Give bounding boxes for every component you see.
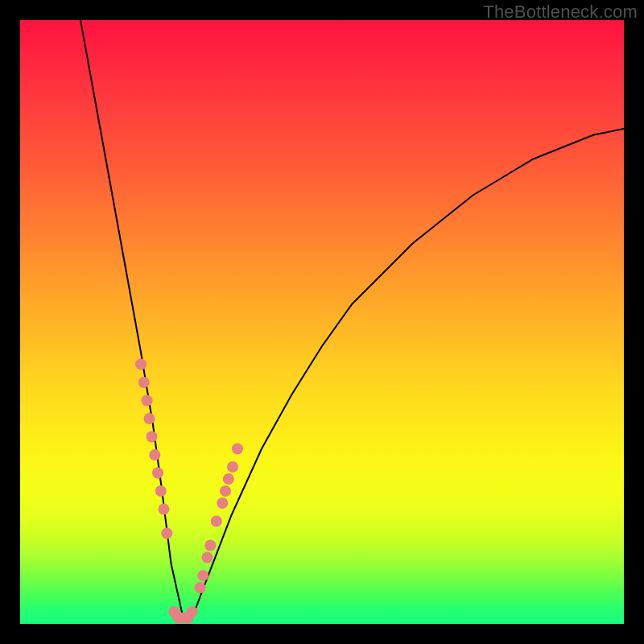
chart-frame: TheBottleneck.com bbox=[0, 0, 644, 644]
curve-marker bbox=[152, 468, 163, 479]
curve-marker bbox=[217, 497, 228, 509]
curve-marker bbox=[187, 606, 198, 617]
curve-marker bbox=[161, 528, 172, 539]
curve-marker bbox=[142, 395, 153, 407]
curve-marker bbox=[223, 473, 234, 485]
plot-area bbox=[20, 20, 624, 624]
curve-marker bbox=[159, 504, 170, 515]
curve-marker bbox=[227, 461, 238, 473]
curve-marker bbox=[220, 485, 231, 497]
marker-group bbox=[135, 359, 243, 624]
watermark-text: TheBottleneck.com bbox=[483, 2, 638, 23]
curve-marker bbox=[195, 582, 206, 593]
curve-marker bbox=[197, 570, 208, 581]
curve-marker bbox=[149, 449, 160, 460]
curve-marker bbox=[204, 540, 216, 551]
curve-marker bbox=[202, 552, 213, 564]
curve-marker bbox=[138, 377, 150, 388]
curve-marker bbox=[211, 516, 222, 527]
curve-marker bbox=[155, 485, 167, 497]
curve-marker bbox=[144, 413, 155, 424]
bottleneck-curve bbox=[80, 20, 624, 618]
curve-layer bbox=[20, 20, 624, 624]
curve-marker bbox=[147, 431, 158, 443]
curve-marker bbox=[135, 359, 147, 370]
curve-marker bbox=[232, 444, 243, 455]
